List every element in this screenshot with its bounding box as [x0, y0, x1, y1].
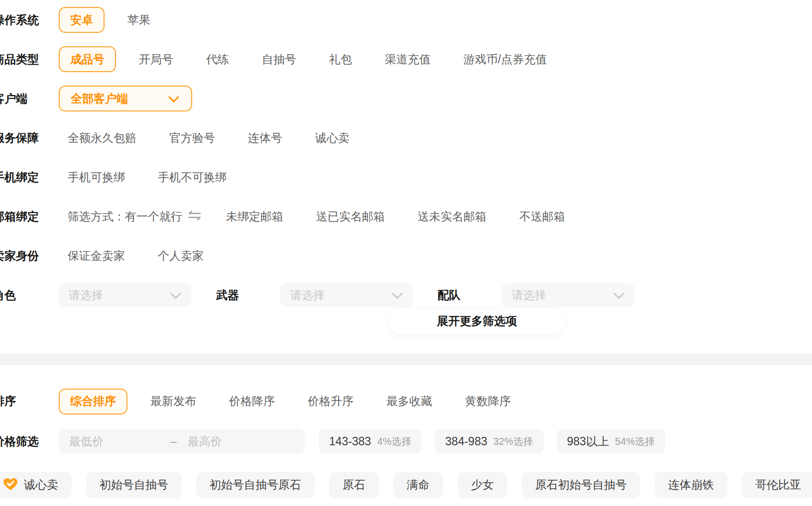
type-option-starter-account[interactable]: 开局号: [139, 52, 173, 67]
price-range-percent: 54%选择: [615, 435, 655, 448]
role-select-placeholder: 请选择: [69, 288, 103, 303]
tag-girl[interactable]: 少女: [458, 472, 507, 498]
expand-more-filters-button[interactable]: 展开更多筛选项: [388, 308, 566, 334]
filter-row-os: 操作系统 安卓 苹果: [0, 7, 812, 33]
phone-option-rebindable[interactable]: 手机可换绑: [68, 170, 125, 185]
sort-label: 排序: [0, 394, 59, 409]
price-filter-label: 价格筛选: [0, 434, 59, 449]
price-filter-row: 价格筛选 – 143-383 4%选择 384-983 32%选择 983以上 …: [0, 429, 812, 454]
service-option-linked-account[interactable]: 连体号: [248, 130, 282, 146]
email-option-no-mailbox[interactable]: 不送邮箱: [519, 209, 565, 224]
filter-label-seller: 卖家身份: [0, 248, 59, 264]
filter-label-role: 角色: [0, 288, 59, 303]
sort-row: 排序 综合排序 最新发布 价格降序 价格升序 最多收藏 黄数降序: [0, 388, 812, 414]
team-select[interactable]: 请选择: [502, 283, 634, 307]
os-option-android[interactable]: 安卓: [59, 7, 105, 33]
os-option-apple[interactable]: 苹果: [127, 12, 150, 28]
filter-label-email: 邮箱绑定: [0, 209, 59, 224]
role-select[interactable]: 请选择: [59, 283, 191, 307]
seller-option-deposit-seller[interactable]: 保证金卖家: [68, 248, 125, 264]
service-option-sincere-sell[interactable]: 诚心卖: [315, 130, 349, 146]
sort-option-price-asc[interactable]: 价格升序: [308, 394, 353, 409]
filter-row-seller: 卖家身份 保证金卖家 个人卖家: [0, 243, 812, 269]
phone-option-not-rebindable[interactable]: 手机不可换绑: [158, 170, 227, 185]
chevron-down-icon: [170, 289, 181, 302]
sort-option-huangshu-desc[interactable]: 黄数降序: [465, 394, 511, 409]
seller-option-individual-seller[interactable]: 个人卖家: [158, 248, 204, 264]
heart-check-icon: [1, 475, 19, 495]
sort-option-newest[interactable]: 最新发布: [150, 394, 196, 409]
weapon-select[interactable]: 请选择: [280, 283, 413, 307]
price-range-value: 384-983: [445, 435, 487, 448]
filter-label-service: 服务保障: [0, 130, 59, 146]
filter-panel: 操作系统 安卓 苹果 商品类型 成品号 开局号 代练 自抽号 礼包 渠道充值 游…: [0, 7, 812, 506]
price-range-option-3[interactable]: 983以上 54%选择: [557, 429, 665, 454]
section-divider: [0, 354, 812, 365]
tag-sincere-sell[interactable]: 诚心卖: [0, 472, 72, 498]
filter-row-selects: 角色 请选择 武器 请选择 配队 请选择: [0, 282, 812, 308]
tag-full-constellation[interactable]: 满命: [393, 472, 443, 498]
email-filter-mode-toggle[interactable]: 筛选方式：有一个就行: [68, 209, 193, 224]
filter-label-team: 配队: [438, 288, 461, 303]
filter-label-os: 操作系统: [0, 12, 59, 28]
price-dash: –: [170, 435, 177, 448]
price-range-value: 983以上: [567, 434, 609, 449]
filter-row-service: 服务保障 全额永久包赔 官方验号 连体号 诚心卖: [0, 125, 812, 151]
email-option-unbound[interactable]: 未绑定邮箱: [226, 209, 283, 224]
tag-primogem-starter-selfdraw[interactable]: 原石初始号自抽号: [522, 472, 640, 498]
filter-label-phone: 手机绑定: [0, 170, 59, 185]
min-price-input[interactable]: [68, 434, 170, 449]
type-option-self-draw[interactable]: 自抽号: [262, 52, 296, 67]
type-option-coin-topup[interactable]: 游戏币/点券充值: [464, 52, 547, 67]
tag-primogem[interactable]: 原石: [329, 472, 379, 498]
filter-row-type: 商品类型 成品号 开局号 代练 自抽号 礼包 渠道充值 游戏币/点券充值: [0, 46, 812, 72]
client-dropdown[interactable]: 全部客户端: [59, 86, 192, 111]
price-range-option-2[interactable]: 384-983 32%选择: [435, 429, 543, 454]
sort-option-price-desc[interactable]: 价格降序: [229, 394, 275, 409]
sort-option-most-favorited[interactable]: 最多收藏: [386, 394, 432, 409]
filter-row-phone: 手机绑定 手机可换绑 手机不可换绑: [0, 164, 812, 190]
team-select-placeholder: 请选择: [512, 288, 546, 303]
tag-linked-starrail[interactable]: 连体崩铁: [655, 472, 727, 498]
email-filter-mode-label: 筛选方式：有一个就行: [68, 209, 182, 224]
tag-label: 诚心卖: [24, 477, 58, 493]
filter-row-email: 邮箱绑定 筛选方式：有一个就行 未绑定邮箱 送已实名邮箱 送未实名邮箱 不送邮箱: [0, 203, 812, 229]
chevron-down-icon: [168, 92, 179, 105]
filter-label-client: 客户端: [0, 91, 59, 106]
price-range-percent: 4%选择: [377, 435, 411, 448]
chevron-down-icon: [392, 289, 403, 302]
email-option-verified-mailbox[interactable]: 送已实名邮箱: [316, 209, 385, 224]
filter-label-type: 商品类型: [0, 52, 59, 67]
price-range-value: 143-383: [329, 435, 371, 448]
tag-columbia[interactable]: 哥伦比亚: [742, 472, 812, 498]
type-option-finished-account[interactable]: 成品号: [59, 46, 116, 72]
tag-starter-selfdraw[interactable]: 初始号自抽号: [86, 472, 182, 498]
price-range-inputs: –: [59, 429, 305, 454]
client-dropdown-value: 全部客户端: [71, 91, 128, 106]
service-option-full-compensation[interactable]: 全额永久包赔: [68, 130, 136, 146]
swap-icon: [188, 210, 201, 223]
weapon-select-placeholder: 请选择: [290, 288, 325, 303]
chevron-down-icon: [613, 289, 624, 302]
service-option-official-verified[interactable]: 官方验号: [169, 130, 215, 146]
max-price-input[interactable]: [187, 434, 295, 449]
email-option-unverified-mailbox[interactable]: 送未实名邮箱: [418, 209, 486, 224]
price-range-option-1[interactable]: 143-383 4%选择: [319, 429, 422, 454]
filter-label-weapon: 武器: [216, 288, 239, 303]
type-option-gift-pack[interactable]: 礼包: [329, 52, 352, 67]
type-option-channel-topup[interactable]: 渠道充值: [385, 52, 431, 67]
sort-option-comprehensive[interactable]: 综合排序: [59, 389, 127, 414]
tag-starter-selfdraw-primogem[interactable]: 初始号自抽号原石: [196, 472, 315, 498]
quick-tags-row: 诚心卖 初始号自抽号 初始号自抽号原石 原石 满命 少女 原石初始号自抽号 连体…: [0, 472, 812, 498]
price-range-percent: 32%选择: [493, 435, 533, 448]
type-option-boosting[interactable]: 代练: [206, 52, 229, 67]
filter-row-client: 客户端 全部客户端: [0, 86, 812, 111]
